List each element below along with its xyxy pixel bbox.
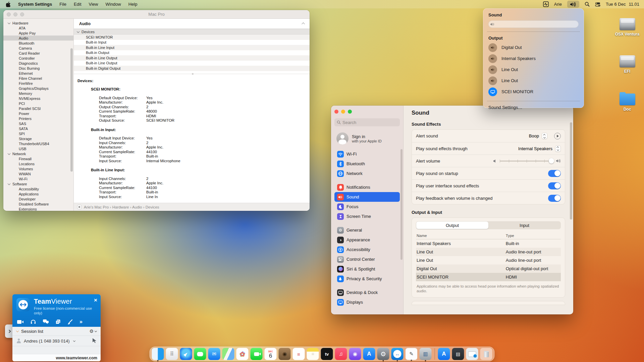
device-row[interactable]: SCEI MONITOR — [74, 35, 310, 40]
menubar-user[interactable]: Arie — [554, 2, 562, 7]
spotlight-icon[interactable] — [585, 2, 590, 7]
slider-thumb[interactable] — [549, 158, 554, 164]
sound-settings-link[interactable]: Sound Settings… — [488, 105, 579, 110]
ui-sound-effects-toggle[interactable] — [548, 182, 561, 189]
device-row[interactable]: Built-in Line Output — [74, 61, 310, 66]
tree-item[interactable]: Graphics/Displays — [3, 86, 73, 91]
dock-icon-mail[interactable]: ✉ — [208, 348, 220, 360]
dock-icon-photos[interactable]: ✿ — [236, 348, 249, 360]
dock-icon-downloads-window[interactable] — [466, 348, 478, 360]
menubar-clock[interactable]: Tue 6 Dec11.01 — [606, 2, 639, 7]
menubar-app-name[interactable]: System Settings — [18, 2, 52, 7]
tree-item[interactable]: Disc Burning — [3, 66, 73, 71]
menu-file[interactable]: File — [59, 2, 66, 7]
sidebar-scrollbar[interactable] — [70, 48, 73, 172]
tree-item[interactable]: Apple Pay — [3, 31, 73, 36]
tree-item[interactable]: Power — [3, 111, 73, 116]
sidebar-item-focus[interactable]: Focus — [334, 202, 400, 212]
sidebar-scrollbar[interactable] — [400, 149, 402, 260]
menu-edit[interactable]: Edit — [74, 2, 81, 7]
tree-item[interactable]: Storage — [3, 136, 73, 141]
dock-icon-app-store[interactable]: A — [363, 348, 375, 360]
gear-icon[interactable]: ⚙ — [89, 328, 94, 334]
apple-logo-icon[interactable] — [6, 2, 11, 7]
dock-icon-applications-folder[interactable]: A — [438, 348, 450, 360]
tree-item[interactable]: Ethernet — [3, 71, 73, 76]
sidebar-item-displays[interactable]: Displays — [334, 297, 400, 307]
more-tools-icon[interactable]: » — [79, 319, 83, 324]
device-row[interactable]: Built-in Input — [74, 40, 310, 45]
alert-sound-stepper[interactable] — [542, 133, 547, 139]
dock-icon-safari[interactable] — [180, 348, 192, 360]
output-option-scei-monitor-selected[interactable]: SCEI MONITOR — [488, 86, 579, 97]
table-row[interactable]: Line OutAudio line-out port — [416, 248, 561, 256]
sidebar-item-bluetooth[interactable]: Bluetooth — [334, 159, 400, 169]
dock-icon-photo-booth[interactable]: ◉ — [279, 348, 291, 360]
dock-icon-system-information[interactable]: ▥ — [420, 348, 432, 360]
table-row[interactable]: Digital OutOptical digital-out port — [416, 264, 561, 273]
teamviewer-website-link[interactable]: www.teamviewer.com — [56, 356, 97, 360]
session-list-header[interactable]: Session list ⚙ — [12, 327, 101, 336]
dock-icon-teamviewer[interactable]: ↔ — [391, 348, 404, 360]
sign-in-row[interactable]: Sign in with your Apple ID — [334, 131, 400, 149]
tree-item[interactable]: Wi-Fi — [3, 176, 73, 181]
brush-icon[interactable] — [67, 319, 72, 324]
sidebar-item-siri-spotlight[interactable]: Siri & Spotlight — [334, 264, 400, 274]
device-row[interactable]: Built-in Line Input — [74, 45, 310, 50]
search-input[interactable] — [342, 120, 393, 125]
tree-item[interactable]: Card Reader — [3, 51, 73, 56]
sidebar-item-network[interactable]: Network — [334, 169, 400, 178]
dock-icon-notes[interactable]: ≡ — [307, 348, 319, 360]
volume-menubar-icon[interactable] — [567, 1, 579, 8]
tree-item[interactable]: Disabled Software — [3, 201, 73, 206]
table-row[interactable]: Internal SpeakersBuilt-in — [416, 239, 561, 248]
copy-icon[interactable] — [56, 319, 60, 324]
tree-item[interactable]: Bluetooth — [3, 41, 73, 46]
tree-item[interactable]: WWAN — [3, 171, 73, 176]
output-option-line-out-1[interactable]: Line Out — [488, 64, 579, 75]
tree-item-audio-selected[interactable]: Audio — [3, 36, 73, 41]
devices-group-header[interactable]: Devices — [74, 29, 310, 35]
sidebar-item-desktop-dock[interactable]: Desktop & Dock — [334, 288, 400, 297]
output-option-digital-out[interactable]: Digital Out — [488, 42, 579, 53]
sidebar-item-wifi[interactable]: Wi-Fi — [334, 149, 400, 159]
pane-splitter[interactable] — [74, 71, 310, 74]
tree-item[interactable]: FireWire — [3, 81, 73, 86]
tree-item[interactable]: Developer — [3, 196, 73, 201]
tree-item[interactable]: SPI — [3, 131, 73, 136]
audio-pane-header[interactable]: Audio — [74, 19, 310, 29]
table-row-selected[interactable]: SCEI MONITORHDMI — [416, 273, 561, 281]
tree-item[interactable]: Locations — [3, 161, 73, 166]
tree-item[interactable]: Extensions — [3, 206, 73, 211]
dock-icon-tv[interactable]: tv — [321, 348, 333, 360]
device-row[interactable]: Built-in Output — [74, 50, 310, 56]
tree-item[interactable]: Volumes — [3, 166, 73, 171]
tree-item[interactable]: Printers — [3, 116, 73, 121]
dock-icon-messages[interactable] — [194, 348, 206, 360]
collapse-chevron-icon[interactable] — [302, 22, 305, 26]
tree-item[interactable]: Diagnostics — [3, 61, 73, 66]
sidebar-item-general[interactable]: ⚙General — [334, 225, 400, 235]
tree-group-network[interactable]: Network — [3, 151, 73, 156]
dock-icon-calendar[interactable]: DEC6 — [265, 348, 277, 360]
tree-item[interactable]: SATA — [3, 126, 73, 131]
tree-item[interactable]: Thunderbolt/USB4 — [3, 141, 73, 146]
device-row[interactable]: Built-in Line Output — [74, 55, 310, 61]
close-button[interactable] — [334, 110, 338, 114]
dock-icon-maps[interactable] — [222, 348, 234, 360]
tab-output[interactable]: Output — [416, 222, 488, 229]
volume-slider[interactable] — [488, 20, 579, 28]
menu-window[interactable]: Window — [105, 2, 121, 7]
tree-item[interactable]: Camera — [3, 46, 73, 51]
dock-icon-facetime[interactable] — [251, 348, 263, 360]
control-center-icon[interactable] — [595, 2, 600, 7]
dock-icon-music[interactable]: ♫ — [335, 348, 347, 360]
sidebar-item-sound-selected[interactable]: Sound — [334, 192, 400, 202]
dock-icon-reminders[interactable]: ≡ — [293, 348, 305, 360]
sysinfo-titlebar[interactable]: Mac Pro — [3, 10, 310, 19]
dock-icon-trash[interactable] — [480, 348, 492, 360]
tree-item[interactable]: Controller — [3, 56, 73, 61]
sidebar-item-screen-time[interactable]: Screen Time — [334, 212, 400, 221]
tree-group-software[interactable]: Software — [3, 181, 73, 186]
sidebar-item-notifications[interactable]: Notifications — [334, 182, 400, 192]
